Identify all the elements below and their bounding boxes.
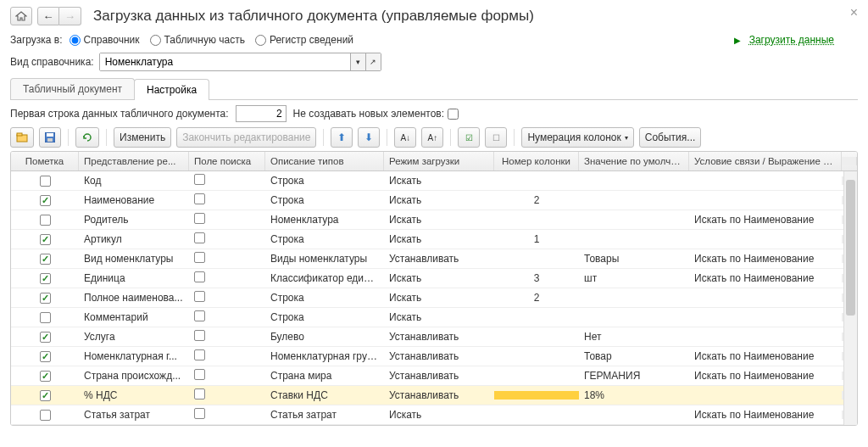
cell-desc: Классификатор едини... — [265, 268, 384, 288]
table-row[interactable]: Страна происхожд...Страна мираУстанавлив… — [11, 366, 857, 386]
cell-rep: Номенклатурная г... — [79, 346, 189, 366]
search-checkbox[interactable] — [194, 408, 205, 419]
table-row[interactable]: КодСтрокаИскать — [11, 171, 857, 191]
search-checkbox[interactable] — [194, 271, 205, 282]
grid-scrollbar[interactable] — [843, 171, 857, 425]
load-to-radio-group: Справочник Табличную часть Регистр сведе… — [70, 34, 353, 46]
cell-num — [494, 372, 579, 380]
cell-num — [494, 254, 579, 263]
cell-desc: Номенклатура — [265, 210, 384, 230]
col-header-num[interactable]: Номер колонки — [494, 152, 579, 170]
radio-tabchast[interactable]: Табличную часть — [150, 34, 245, 46]
svg-rect-3 — [47, 133, 53, 137]
back-button[interactable]: ← — [37, 7, 59, 25]
mark-checkbox[interactable] — [40, 234, 51, 245]
col-header-search[interactable]: Поле поиска — [189, 152, 265, 170]
tab-settings[interactable]: Настройка — [134, 79, 209, 100]
ref-kind-dropdown-icon[interactable]: ▾ — [350, 53, 365, 70]
ref-kind-input[interactable] — [100, 53, 350, 70]
search-checkbox[interactable] — [194, 388, 205, 400]
search-checkbox[interactable] — [194, 174, 205, 185]
search-checkbox[interactable] — [194, 193, 205, 204]
mark-checkbox[interactable] — [40, 390, 51, 401]
finish-edit-button[interactable]: Закончить редактирование — [176, 127, 316, 148]
mark-checkbox[interactable] — [40, 332, 51, 343]
first-row-label: Первая строка данных табличного документ… — [10, 108, 229, 120]
check-all-button[interactable]: ☑ — [458, 127, 480, 148]
table-row[interactable]: РодительНоменклатураИскатьИскать по Наим… — [11, 210, 857, 230]
cell-rep: Артикул — [79, 229, 189, 249]
cell-rep: Статья затрат — [79, 405, 189, 425]
mark-checkbox[interactable] — [40, 312, 51, 323]
mark-checkbox[interactable] — [40, 215, 51, 226]
close-icon[interactable]: × — [850, 5, 858, 20]
mark-checkbox[interactable] — [40, 371, 51, 382]
col-header-mark[interactable]: Пометка — [11, 152, 79, 170]
mark-checkbox[interactable] — [40, 351, 51, 362]
cell-desc: Строка — [265, 307, 384, 327]
cell-def: шт — [579, 268, 689, 288]
search-checkbox[interactable] — [194, 349, 205, 360]
search-checkbox[interactable] — [194, 310, 205, 321]
cell-def: 18% — [579, 385, 689, 405]
open-folder-button[interactable] — [10, 127, 34, 148]
cell-mode: Устанавливать — [384, 327, 494, 347]
radio-spravochnik[interactable]: Справочник — [70, 34, 140, 46]
uncheck-all-button[interactable]: ☐ — [485, 127, 507, 148]
cell-rep: Услуга — [79, 327, 189, 347]
search-checkbox[interactable] — [194, 232, 205, 243]
table-row[interactable]: Полное наименова...СтрокаИскать2 — [11, 288, 857, 308]
forward-button[interactable]: → — [59, 7, 81, 25]
mark-checkbox[interactable] — [40, 293, 51, 304]
table-row[interactable]: Вид номенклатурыВиды номенклатурыУстанав… — [11, 249, 857, 269]
radio-regsved[interactable]: Регистр сведений — [255, 34, 353, 46]
cell-rep: Полное наименова... — [79, 288, 189, 308]
move-down-button[interactable]: ⬇ — [358, 127, 380, 148]
cell-mode: Искать — [384, 229, 494, 249]
col-header-def[interactable]: Значение по умолча... — [579, 152, 689, 170]
cell-mode: Устанавливать — [384, 385, 494, 405]
mark-checkbox[interactable] — [40, 176, 51, 187]
load-data-link[interactable]: Загрузить данные — [749, 34, 834, 46]
search-checkbox[interactable] — [194, 213, 205, 224]
save-button[interactable] — [39, 127, 61, 148]
mark-checkbox[interactable] — [40, 410, 51, 421]
col-header-mode[interactable]: Режим загрузки — [384, 152, 494, 170]
cell-mode: Искать — [384, 171, 494, 191]
table-row[interactable]: УслугаБулевоУстанавливатьНет — [11, 327, 857, 347]
cell-desc: Статья затрат — [265, 405, 384, 425]
home-button[interactable] — [10, 7, 32, 25]
table-row[interactable]: КомментарийСтрокаИскать — [11, 308, 857, 327]
cell-rep: Страна происхожд... — [79, 366, 189, 386]
events-button[interactable]: События... — [639, 127, 702, 148]
col-header-desc[interactable]: Описание типов — [265, 152, 384, 170]
sort-desc-button[interactable]: A↑ — [421, 127, 443, 148]
search-checkbox[interactable] — [194, 369, 205, 380]
table-row[interactable]: % НДССтавки НДСУстанавливать18% — [11, 386, 857, 405]
tab-tabular-doc[interactable]: Табличный документ — [10, 78, 135, 99]
cell-rep: Родитель — [79, 210, 189, 230]
mark-checkbox[interactable] — [40, 254, 51, 265]
col-header-cond[interactable]: Условие связи / Выражение д... — [689, 152, 842, 170]
refresh-button[interactable] — [75, 127, 99, 148]
move-up-button[interactable]: ⬆ — [331, 127, 353, 148]
ref-kind-open-icon[interactable]: ↗ — [365, 53, 381, 70]
settings-grid: Пометка Представление ре... Поле поиска … — [10, 151, 858, 426]
table-row[interactable]: НаименованиеСтрокаИскать2 — [11, 191, 857, 210]
first-row-input[interactable] — [236, 105, 287, 122]
search-checkbox[interactable] — [194, 252, 205, 263]
col-header-rep[interactable]: Представление ре... — [79, 152, 189, 170]
edit-button[interactable]: Изменить — [114, 127, 171, 148]
mark-checkbox[interactable] — [40, 273, 51, 284]
search-checkbox[interactable] — [194, 291, 205, 302]
table-row[interactable]: Номенклатурная г...Номенклатурная группа… — [11, 347, 857, 366]
search-checkbox[interactable] — [194, 330, 205, 341]
sort-asc-button[interactable]: A↓ — [394, 127, 416, 148]
cell-def — [579, 176, 689, 185]
column-numbering-button[interactable]: Нумерация колонок▾ — [521, 127, 633, 148]
table-row[interactable]: Статья затратСтатья затратИскатьИскать п… — [11, 405, 857, 425]
mark-checkbox[interactable] — [40, 195, 51, 206]
table-row[interactable]: АртикулСтрокаИскать1 — [11, 230, 857, 249]
table-row[interactable]: ЕдиницаКлассификатор едини...Искать3штИс… — [11, 269, 857, 288]
no-create-checkbox[interactable]: Не создавать новых элементов: — [293, 108, 459, 120]
